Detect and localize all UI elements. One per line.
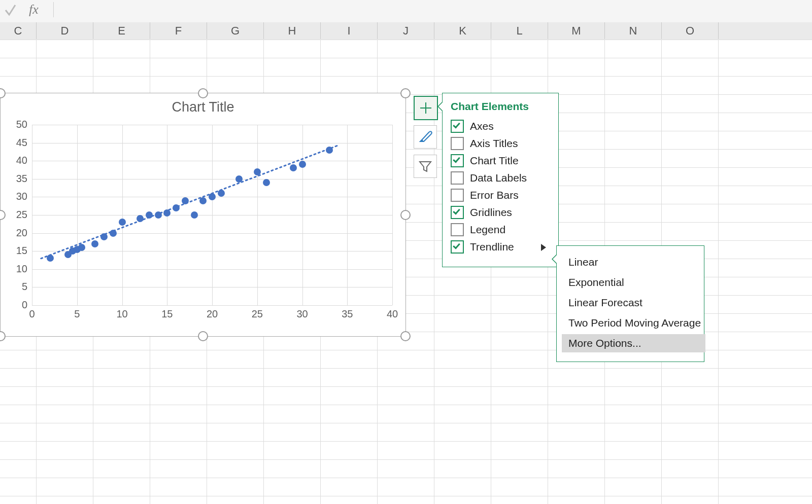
column-header-I[interactable]: I bbox=[321, 22, 378, 39]
checkbox[interactable] bbox=[451, 206, 464, 219]
checkbox[interactable] bbox=[451, 120, 464, 133]
column-header-D[interactable]: D bbox=[37, 22, 93, 39]
checkbox[interactable] bbox=[451, 171, 464, 185]
chart-grid-v bbox=[392, 125, 393, 305]
data-point[interactable] bbox=[263, 179, 270, 186]
data-point[interactable] bbox=[326, 147, 333, 154]
column-header-K[interactable]: K bbox=[434, 22, 491, 39]
data-point[interactable] bbox=[137, 215, 144, 222]
chart-styles-button[interactable] bbox=[414, 125, 437, 149]
column-header-O[interactable]: O bbox=[662, 22, 719, 39]
chart-grid-h bbox=[32, 305, 392, 306]
x-tick-label: 5 bbox=[67, 308, 87, 320]
chart-element-item[interactable]: Trendline bbox=[451, 240, 552, 256]
data-point[interactable] bbox=[254, 168, 261, 175]
column-header-L[interactable]: L bbox=[491, 22, 548, 39]
selection-handle[interactable] bbox=[198, 88, 208, 98]
data-point[interactable] bbox=[110, 230, 117, 237]
data-point[interactable] bbox=[209, 193, 216, 200]
gridline-horizontal bbox=[0, 368, 812, 369]
data-point[interactable] bbox=[235, 175, 243, 183]
data-point[interactable] bbox=[182, 197, 189, 204]
data-point[interactable] bbox=[290, 164, 297, 171]
checkbox[interactable] bbox=[451, 223, 464, 236]
y-tick-label: 40 bbox=[7, 155, 27, 166]
selection-handle[interactable] bbox=[400, 88, 411, 98]
column-header-C[interactable]: C bbox=[0, 22, 37, 39]
data-point[interactable] bbox=[299, 161, 306, 168]
chart-element-item[interactable]: Axes bbox=[451, 120, 552, 135]
chart-element-label: Data Labels bbox=[470, 172, 527, 184]
cancel-icon[interactable] bbox=[3, 3, 17, 17]
trendline-submenu: LinearExponentialLinear ForecastTwo Peri… bbox=[556, 245, 704, 362]
y-tick-label: 10 bbox=[7, 263, 27, 275]
gridline-vertical bbox=[718, 40, 719, 504]
chart-element-item[interactable]: Error Bars bbox=[451, 189, 552, 204]
column-header-E[interactable]: E bbox=[93, 22, 150, 39]
data-point[interactable] bbox=[47, 255, 54, 262]
checkbox[interactable] bbox=[451, 137, 464, 150]
x-tick-label: 25 bbox=[247, 308, 267, 320]
chart-element-label: Axis Titles bbox=[470, 137, 518, 149]
chart-element-label: Axes bbox=[470, 120, 494, 132]
trendline-option[interactable]: Two Period Moving Average bbox=[562, 314, 705, 332]
chart-element-item[interactable]: Chart Title bbox=[451, 154, 552, 169]
submenu-arrow-icon[interactable] bbox=[540, 242, 547, 255]
y-tick-label: 15 bbox=[7, 245, 27, 257]
checkbox[interactable] bbox=[451, 154, 464, 167]
chart-element-item[interactable]: Gridlines bbox=[451, 206, 552, 221]
x-tick-label: 30 bbox=[292, 308, 313, 320]
trendline-option[interactable]: More Options... bbox=[562, 334, 705, 352]
column-header-M[interactable]: M bbox=[548, 22, 605, 39]
data-point[interactable] bbox=[78, 244, 85, 251]
column-header-G[interactable]: G bbox=[207, 22, 264, 39]
trendline-option[interactable]: Exponential bbox=[562, 273, 705, 292]
data-point[interactable] bbox=[191, 211, 198, 219]
plot-area[interactable] bbox=[32, 125, 392, 305]
chart-element-label: Gridlines bbox=[470, 206, 512, 218]
data-point[interactable] bbox=[100, 233, 108, 240]
x-tick-label: 15 bbox=[157, 308, 177, 320]
selection-handle[interactable] bbox=[400, 210, 411, 220]
gridline-horizontal bbox=[0, 441, 812, 442]
column-header-H[interactable]: H bbox=[264, 22, 321, 39]
data-point[interactable] bbox=[218, 190, 225, 197]
selection-handle[interactable] bbox=[198, 331, 208, 341]
chart-object[interactable]: Chart Title 0510152025303540455005101520… bbox=[0, 93, 406, 337]
trendline-option[interactable]: Linear bbox=[562, 253, 705, 271]
data-point[interactable] bbox=[91, 240, 98, 247]
chart-element-label: Legend bbox=[470, 224, 505, 235]
y-tick-label: 5 bbox=[7, 281, 27, 293]
data-point[interactable] bbox=[155, 211, 162, 219]
column-header-J[interactable]: J bbox=[378, 22, 434, 39]
y-tick-label: 20 bbox=[7, 227, 27, 239]
chart-element-item[interactable]: Data Labels bbox=[451, 171, 552, 187]
formula-input[interactable] bbox=[54, 2, 811, 18]
svg-marker-3 bbox=[541, 244, 546, 251]
chart-title[interactable]: Chart Title bbox=[1, 99, 405, 115]
data-point[interactable] bbox=[146, 211, 153, 219]
trendline-option[interactable]: Linear Forecast bbox=[562, 294, 705, 312]
checkbox[interactable] bbox=[451, 189, 464, 202]
chart-elements-button[interactable] bbox=[414, 96, 438, 120]
data-point[interactable] bbox=[163, 209, 171, 217]
selection-handle[interactable] bbox=[400, 331, 411, 341]
chart-element-item[interactable]: Axis Titles bbox=[451, 137, 552, 152]
formula-bar: fx bbox=[0, 0, 812, 23]
x-tick-label: 0 bbox=[22, 308, 42, 320]
gridline-horizontal bbox=[0, 478, 812, 478]
chart-element-label: Chart Title bbox=[470, 155, 519, 166]
gridline-horizontal bbox=[0, 58, 812, 58]
data-point[interactable] bbox=[173, 204, 180, 211]
data-point[interactable] bbox=[199, 197, 207, 204]
data-point[interactable] bbox=[119, 219, 126, 226]
chart-element-item[interactable]: Legend bbox=[451, 223, 552, 238]
column-header-N[interactable]: N bbox=[605, 22, 662, 39]
trendline[interactable] bbox=[32, 125, 392, 305]
fx-label[interactable]: fx bbox=[29, 2, 54, 17]
column-header-F[interactable]: F bbox=[150, 22, 207, 39]
y-tick-label: 30 bbox=[7, 191, 27, 202]
checkbox[interactable] bbox=[451, 240, 464, 254]
chart-filter-button[interactable] bbox=[414, 155, 437, 178]
chart-element-label: Trendline bbox=[470, 241, 514, 253]
